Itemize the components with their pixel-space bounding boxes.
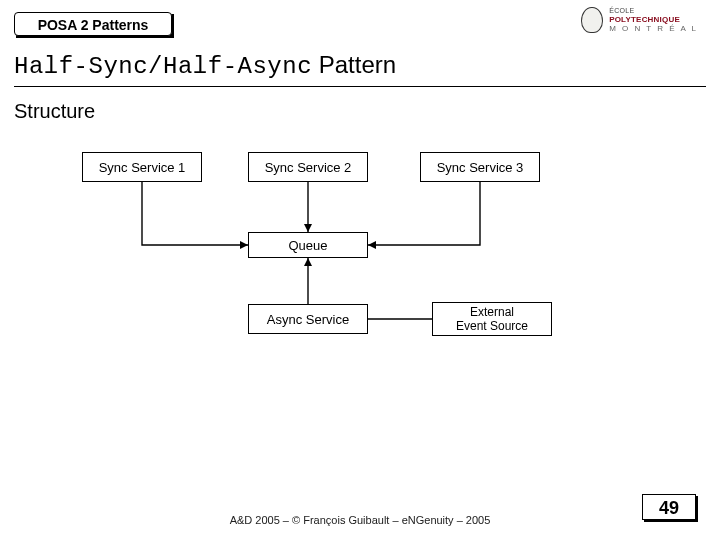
box-queue: Queue xyxy=(248,232,368,258)
logo-line1: ÉCOLE xyxy=(609,6,698,15)
title-rule xyxy=(14,86,706,87)
title-suffix: Pattern xyxy=(312,51,396,78)
page-title: Half-Sync/Half-Async Pattern xyxy=(14,50,396,82)
school-logo: ÉCOLE POLYTECHNIQUE M O N T R É A L xyxy=(581,6,698,33)
logo-line3: M O N T R É A L xyxy=(609,24,698,33)
footer-copyright: A&D 2005 – © François Guibault – eNGenui… xyxy=(0,514,720,526)
section-heading-structure: Structure xyxy=(14,100,95,123)
page-number: 49 xyxy=(642,494,696,520)
badge-posa2: POSA 2 Patterns xyxy=(14,12,172,36)
box-sync-service-3: Sync Service 3 xyxy=(420,152,540,182)
box-external-event-source: External Event Source xyxy=(432,302,552,336)
title-pattern-name: Half-Sync/Half-Async xyxy=(14,53,312,80)
crest-icon xyxy=(581,7,603,33)
box-sync-service-2: Sync Service 2 xyxy=(248,152,368,182)
box-async-service: Async Service xyxy=(248,304,368,334)
logo-line2: POLYTECHNIQUE xyxy=(609,15,698,24)
box-sync-service-1: Sync Service 1 xyxy=(82,152,202,182)
